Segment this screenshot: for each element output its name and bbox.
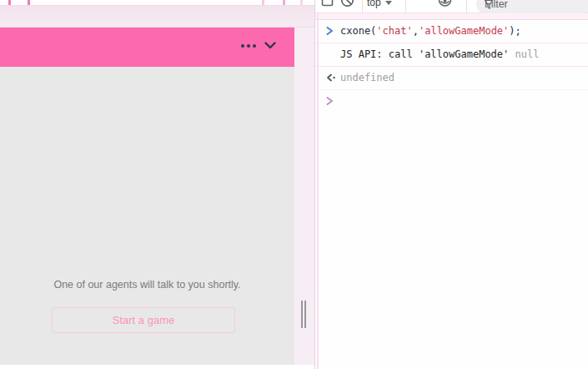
command-arg1: 'chat' [376, 25, 412, 37]
host-page: One of our agents will talk to you short… [0, 0, 314, 369]
widget-resize-handle[interactable] [301, 301, 308, 328]
console-input-row[interactable] [315, 90, 588, 113]
chat-widget-header [0, 28, 294, 67]
javascript-context-selector[interactable]: top [367, 0, 392, 8]
filter-funnel-icon [485, 0, 493, 9]
console-messages: cxone('chat','allowGameMode'); JS API: c… [315, 20, 588, 113]
command-close: ); [509, 25, 520, 37]
page-top-band [0, 5, 314, 28]
eye-icon[interactable] [437, 0, 453, 8]
agent-wait-message: One of our agents will talk to you short… [0, 279, 294, 291]
console-input-caret[interactable] [340, 95, 346, 107]
start-game-button[interactable]: Start a game [52, 307, 235, 333]
chevron-down-icon[interactable] [264, 42, 276, 49]
command-prompt-icon [326, 27, 334, 35]
command-comma: , [413, 25, 419, 37]
more-options-icon[interactable] [241, 44, 256, 48]
chat-body: One of our agents will talk to you short… [0, 67, 294, 365]
screen: One of our agents will talk to you short… [0, 0, 588, 369]
toolbar-separator [362, 0, 363, 13]
chat-header-controls [241, 42, 276, 49]
result-return-icon [326, 73, 336, 82]
toolbar-separator [466, 0, 467, 13]
console-log-row[interactable]: JS API: call 'allowGameMode' null [315, 43, 588, 67]
console-filter-pill[interactable] [476, 0, 588, 13]
log-message: JS API: call 'allowGameMode' [340, 48, 509, 60]
context-label: top [367, 0, 381, 8]
clear-console-icon[interactable] [340, 0, 354, 8]
devtools-console-panel: top [314, 0, 588, 369]
log-null-value: null [515, 48, 540, 60]
console-result-row[interactable]: undefined [315, 67, 588, 90]
console-sidebar-icon[interactable] [321, 0, 334, 7]
result-value: undefined [340, 72, 395, 83]
console-command-row[interactable]: cxone('chat','allowGameMode'); [315, 20, 588, 43]
toolbar-substrip [315, 13, 588, 20]
caret-down-icon [385, 1, 392, 5]
input-prompt-icon [326, 97, 334, 105]
console-filter-input[interactable] [485, 0, 560, 10]
command-fn: cxone( [340, 25, 376, 37]
command-arg2: 'allowGameMode' [419, 25, 509, 37]
console-toolbar: top [315, 0, 588, 13]
toolbar-separator [405, 0, 406, 13]
